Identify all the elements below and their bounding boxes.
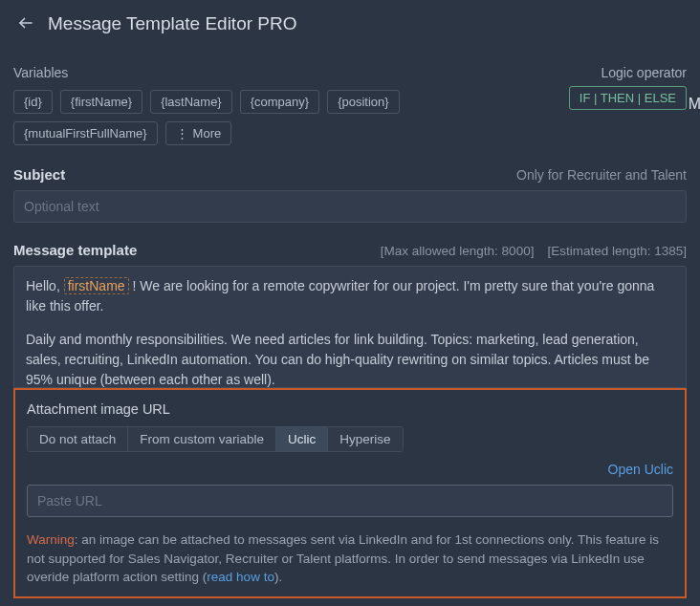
- segment-uclic[interactable]: Uclic: [276, 427, 328, 451]
- editor-line-2: Daily and monthly responsibilities. We n…: [26, 330, 674, 388]
- content-area: Variables Logic operator {id} {firstName…: [0, 48, 700, 598]
- segment-hyperise[interactable]: Hyperise: [328, 427, 402, 451]
- message-template-label: Message template: [13, 242, 137, 258]
- message-template-editor[interactable]: Hello, firstName ! We are looking for a …: [13, 266, 687, 388]
- more-variables-chip[interactable]: ⋮ More: [165, 121, 232, 145]
- variable-chips-row1: {id} {firstName} {lastName} {company} {p…: [13, 90, 400, 114]
- estimated-length-text: [Estimated length: 1385]: [547, 244, 687, 258]
- open-uclic-link[interactable]: Open Uclic: [27, 462, 673, 477]
- subject-input[interactable]: [13, 190, 687, 223]
- subject-label: Subject: [13, 166, 65, 183]
- subject-hint: Only for Recruiter and Talent: [516, 167, 687, 183]
- variable-chip-company[interactable]: {company}: [240, 90, 319, 114]
- cutoff-text-right: M: [689, 96, 700, 113]
- read-how-to-link[interactable]: read how to: [207, 570, 274, 584]
- attachment-panel: Attachment image URL Do not attach From …: [13, 388, 687, 598]
- warning-label: Warning: [27, 532, 75, 547]
- attachment-segment-group: Do not attach From custom variable Uclic…: [27, 426, 404, 452]
- back-arrow-icon[interactable]: [17, 14, 34, 34]
- variable-chip-lastname[interactable]: {lastName}: [150, 90, 232, 114]
- variable-chip-position[interactable]: {position}: [327, 90, 400, 114]
- segment-custom-variable[interactable]: From custom variable: [128, 427, 276, 451]
- variable-chip-firstname[interactable]: {firstName}: [60, 90, 142, 114]
- firstname-token[interactable]: firstName: [64, 277, 129, 294]
- header-bar: Message Template Editor PRO: [0, 0, 700, 48]
- logic-operator-chip[interactable]: IF | THEN | ELSE: [569, 86, 687, 110]
- editor-line-1: Hello, firstName ! We are looking for a …: [26, 276, 674, 316]
- variables-label: Variables: [13, 65, 68, 80]
- max-length-text: [Max allowed length: 8000]: [381, 244, 535, 258]
- attachment-url-input[interactable]: [27, 485, 673, 517]
- segment-do-not-attach[interactable]: Do not attach: [28, 427, 128, 451]
- attachment-title: Attachment image URL: [27, 401, 673, 417]
- logic-operator-label: Logic operator: [601, 65, 687, 80]
- variable-chip-id[interactable]: {id}: [13, 90, 53, 114]
- page-title: Message Template Editor PRO: [48, 13, 297, 34]
- more-label: More: [193, 126, 222, 141]
- more-dots-icon: ⋮: [176, 126, 187, 141]
- variable-chip-mutual[interactable]: {mutualFirstFullName}: [13, 121, 158, 145]
- attachment-warning: Warning: an image can be attached to mes…: [27, 530, 673, 587]
